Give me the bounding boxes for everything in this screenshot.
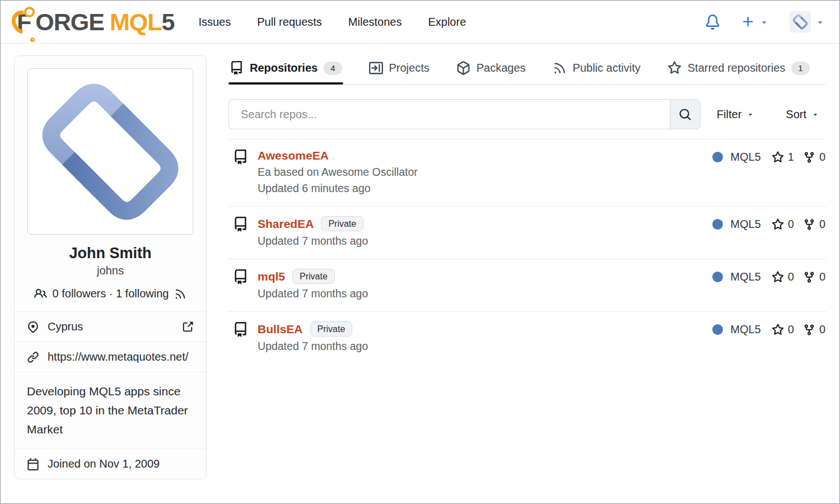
rss-icon — [553, 61, 567, 75]
star-count: 0 — [788, 218, 794, 231]
repo-language: MQL5 — [712, 218, 760, 231]
star-icon — [668, 61, 682, 75]
location-text: Cyprus — [48, 320, 83, 333]
repo-icon — [233, 150, 248, 195]
private-badge: Private — [292, 269, 335, 284]
git-fork-icon — [803, 271, 815, 283]
repo-info: BullsEA Private Updated 7 months ago — [258, 321, 368, 353]
nav-item-milestones[interactable]: Milestones — [348, 16, 402, 29]
chevron-down-icon — [811, 110, 819, 118]
nav-item-explore[interactable]: Explore — [428, 16, 466, 29]
repo-row: AwesomeEA Ea based on Awesome Oscillator… — [228, 139, 826, 207]
primary-nav: Issues Pull requests Milestones Explore — [198, 16, 466, 29]
page-content: John Smith johns 0 followers · 1 followi… — [1, 44, 839, 479]
tab-starred-repositories[interactable]: Starred repositories 1 — [666, 55, 811, 84]
package-icon — [456, 61, 470, 75]
logo-ring-decoration — [30, 38, 35, 42]
nav-item-issues[interactable]: Issues — [198, 16, 231, 29]
star-count: 1 — [788, 151, 794, 164]
language-name: MQL5 — [730, 151, 760, 164]
repo-name-link[interactable]: SharedEA — [258, 217, 314, 231]
tab-label: Public activity — [573, 62, 641, 74]
joined-date-text: Joined on Nov 1, 2009 — [48, 458, 160, 470]
private-badge: Private — [321, 216, 363, 231]
profile-bio: Developing MQL5 apps since 2009, top 10 … — [15, 372, 206, 449]
repo-name-link[interactable]: BullsEA — [258, 323, 303, 336]
logo-text-5: 5 — [161, 8, 174, 36]
tab-count-badge: 1 — [791, 62, 809, 75]
fork-count-link[interactable]: 0 — [803, 323, 825, 336]
tab-repositories[interactable]: Repositories 4 — [228, 55, 343, 84]
profile-username: johns — [15, 264, 206, 277]
main-column: Repositories 4 Projects Packages Public … — [228, 55, 826, 364]
logo-text-orge: ORGE — [35, 8, 104, 36]
website-row: https://www.metaquotes.net/ — [15, 342, 206, 372]
repo-updated-text: Updated 7 months ago — [258, 340, 368, 353]
star-count-link[interactable]: 1 — [772, 151, 794, 164]
repo-updated-text: Updated 6 minutes ago — [258, 182, 418, 195]
followers-text: 0 followers · 1 following — [53, 287, 169, 300]
fork-count: 0 — [819, 270, 825, 283]
language-dot — [712, 324, 723, 335]
repo-info: mql5 Private Updated 7 months ago — [258, 269, 368, 300]
repo-row: mql5 Private Updated 7 months ago MQL5 0 — [228, 259, 826, 312]
star-count-link[interactable]: 0 — [772, 323, 794, 336]
repo-icon — [233, 269, 248, 300]
git-fork-icon — [803, 218, 815, 231]
repo-stats: MQL5 0 0 — [712, 270, 826, 283]
user-menu-dropdown[interactable] — [790, 11, 824, 32]
search-icon — [679, 108, 692, 121]
repo-icon — [233, 217, 248, 248]
language-dot — [712, 219, 723, 230]
fork-count-link[interactable]: 0 — [803, 151, 825, 164]
search-box — [228, 99, 701, 129]
rss-icon[interactable] — [174, 288, 186, 300]
chevron-down-icon — [816, 18, 824, 26]
profile-card: John Smith johns 0 followers · 1 followi… — [14, 55, 207, 479]
repo-name-link[interactable]: AwesomeEA — [258, 149, 329, 162]
search-input[interactable] — [228, 99, 670, 129]
tab-public-activity[interactable]: Public activity — [552, 55, 642, 84]
sort-dropdown[interactable]: Sort — [786, 108, 819, 121]
tab-packages[interactable]: Packages — [455, 55, 527, 84]
fork-count-link[interactable]: 0 — [803, 218, 825, 231]
create-new-dropdown[interactable] — [741, 15, 768, 29]
external-link-icon[interactable] — [181, 321, 194, 333]
repo-language: MQL5 — [712, 270, 760, 283]
website-link[interactable]: https://www.metaquotes.net/ — [48, 351, 188, 363]
plus-icon — [741, 15, 755, 29]
joined-row: Joined on Nov 1, 2009 — [15, 449, 206, 479]
filter-sort-group: Filter Sort — [717, 108, 826, 121]
notifications-bell-icon[interactable] — [705, 15, 720, 30]
fork-count-link[interactable]: 0 — [803, 270, 825, 283]
location-pin-icon — [27, 321, 39, 333]
star-count-link[interactable]: 0 — [772, 270, 794, 283]
tab-projects[interactable]: Projects — [368, 55, 431, 84]
user-avatar — [790, 11, 811, 32]
repo-name-link[interactable]: mql5 — [258, 270, 285, 283]
profile-avatar — [27, 68, 193, 235]
repo-stats: MQL5 0 0 — [712, 218, 826, 231]
nav-item-pull-requests[interactable]: Pull requests — [257, 16, 322, 29]
filter-dropdown[interactable]: Filter — [717, 108, 754, 121]
repo-stats: MQL5 0 0 — [712, 323, 826, 336]
calendar-icon — [27, 458, 39, 470]
forge-mql5-logo[interactable]: F ORGE MQL 5 — [16, 8, 174, 36]
repo-icon — [233, 322, 248, 353]
chevron-down-icon — [746, 110, 754, 118]
people-icon — [34, 287, 47, 300]
repo-icon — [230, 61, 244, 75]
repo-row: SharedEA Private Updated 7 months ago MQ… — [228, 207, 826, 259]
logo-text-mql: MQL — [110, 8, 162, 36]
repo-row: BullsEA Private Updated 7 months ago MQL… — [228, 312, 826, 364]
repo-updated-text: Updated 7 months ago — [258, 235, 368, 248]
fork-count: 0 — [819, 218, 825, 231]
star-count-link[interactable]: 0 — [772, 218, 794, 231]
star-icon — [772, 218, 784, 231]
followers-following-link[interactable]: 0 followers · 1 following — [15, 287, 206, 300]
repo-language: MQL5 — [712, 151, 760, 164]
language-name: MQL5 — [730, 218, 760, 231]
tab-label: Projects — [389, 62, 430, 74]
search-button[interactable] — [670, 99, 701, 129]
project-icon — [369, 61, 383, 75]
